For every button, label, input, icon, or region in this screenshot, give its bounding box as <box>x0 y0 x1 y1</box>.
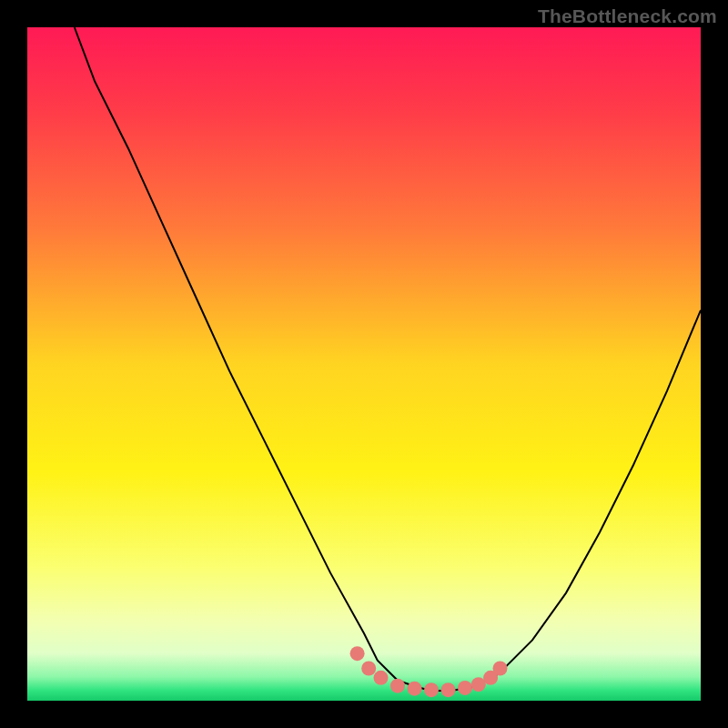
marker-dot <box>441 682 456 697</box>
chart-stage: { "watermark": "TheBottleneck.com", "cha… <box>0 0 728 728</box>
bottleneck-chart <box>0 0 728 728</box>
marker-dot <box>374 671 389 685</box>
marker-dot <box>424 682 439 697</box>
chart-background <box>27 27 701 701</box>
watermark-text: TheBottleneck.com <box>538 5 717 27</box>
marker-dot <box>350 646 365 661</box>
marker-dot <box>493 662 508 676</box>
marker-dot <box>390 679 405 693</box>
marker-dot <box>361 662 376 676</box>
marker-dot <box>408 682 422 696</box>
marker-dot <box>458 681 472 695</box>
